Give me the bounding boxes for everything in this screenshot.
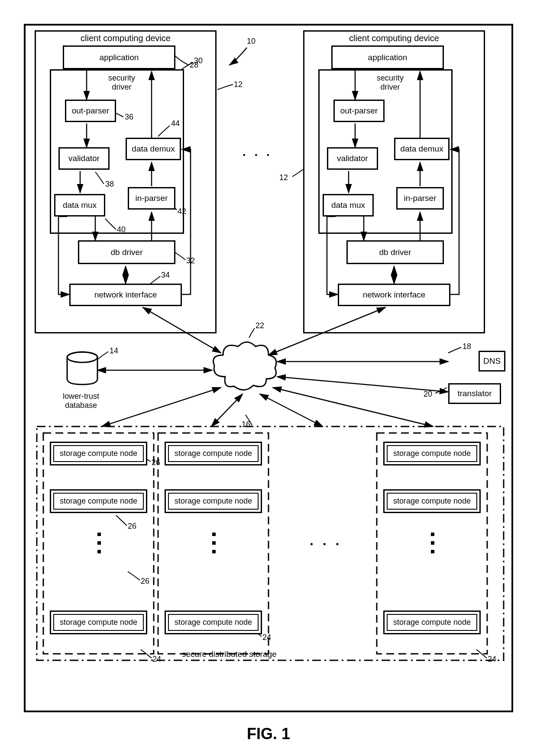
ref-34: 34	[161, 271, 170, 280]
cloud-icon	[208, 338, 281, 398]
security-driver-label-left: security driver	[108, 74, 135, 92]
ref-24a: 24	[152, 655, 161, 664]
storage-node: storage compute node	[165, 489, 262, 513]
db-driver-left: db driver	[78, 240, 175, 264]
network-interface-left: network interface	[69, 284, 182, 306]
ref-22: 22	[256, 321, 264, 330]
storage-node: storage compute node	[165, 611, 262, 634]
ref-26c: 26	[141, 577, 149, 586]
ref-26a: 26	[152, 458, 160, 467]
out-parser-right: out-parser	[333, 100, 385, 122]
database-icon	[65, 351, 100, 390]
data-demux-right: data demux	[394, 138, 450, 160]
storage-node: storage compute node	[165, 442, 262, 465]
ref-10: 10	[247, 37, 256, 46]
ref-26b: 26	[128, 522, 136, 531]
secure-distributed-storage-label: secure distributed storage	[182, 649, 277, 659]
dns-box: DNS	[479, 351, 505, 372]
out-parser-left: out-parser	[65, 100, 116, 122]
ref-38: 38	[105, 180, 114, 189]
storage-node: storage compute node	[50, 442, 147, 465]
in-parser-left: in-parser	[128, 187, 175, 210]
vdots	[212, 533, 216, 554]
storage-node: storage compute node	[50, 611, 147, 634]
ref-24b: 24	[262, 633, 271, 642]
in-parser-right: in-parser	[396, 187, 444, 210]
ref-24c: 24	[488, 655, 496, 664]
db-driver-right: db driver	[346, 240, 444, 264]
vdots	[97, 533, 101, 554]
ref-44: 44	[171, 119, 180, 128]
application-box-left: application	[63, 45, 175, 69]
data-demux-left: data demux	[126, 138, 181, 160]
storage-node: storage compute node	[383, 489, 481, 513]
ref-16: 16	[242, 420, 250, 429]
ref-42: 42	[178, 207, 186, 216]
ref-12b: 12	[279, 173, 288, 182]
ellipsis-clients: . . .	[243, 145, 272, 159]
data-mux-right: data mux	[323, 194, 374, 216]
ref-32: 32	[186, 256, 195, 265]
application-box-right: application	[331, 45, 444, 69]
ref-18: 18	[463, 342, 471, 351]
lower-trust-db-label: lower-trust database	[63, 392, 99, 410]
figure-label: FIG. 1	[0, 725, 537, 743]
vdots	[431, 533, 434, 554]
ref-40: 40	[117, 225, 126, 234]
ref-14: 14	[110, 346, 118, 355]
translator-box: translator	[448, 383, 501, 404]
validator-right: validator	[327, 147, 378, 170]
validator-left: validator	[58, 147, 110, 170]
network-interface-right: network interface	[338, 284, 450, 306]
storage-node: storage compute node	[383, 442, 481, 465]
data-mux-left: data mux	[54, 194, 105, 216]
storage-node: storage compute node	[50, 489, 147, 513]
ellipsis-storage: . . .	[310, 533, 342, 549]
ref-36: 36	[125, 113, 133, 122]
ref-12a: 12	[234, 80, 243, 89]
storage-node: storage compute node	[383, 611, 481, 634]
ref-30: 30	[194, 56, 203, 65]
client-title: client computing device	[36, 32, 215, 45]
client-title: client computing device	[304, 32, 484, 45]
ref-20: 20	[424, 390, 432, 399]
security-driver-label-right: security driver	[377, 74, 404, 92]
